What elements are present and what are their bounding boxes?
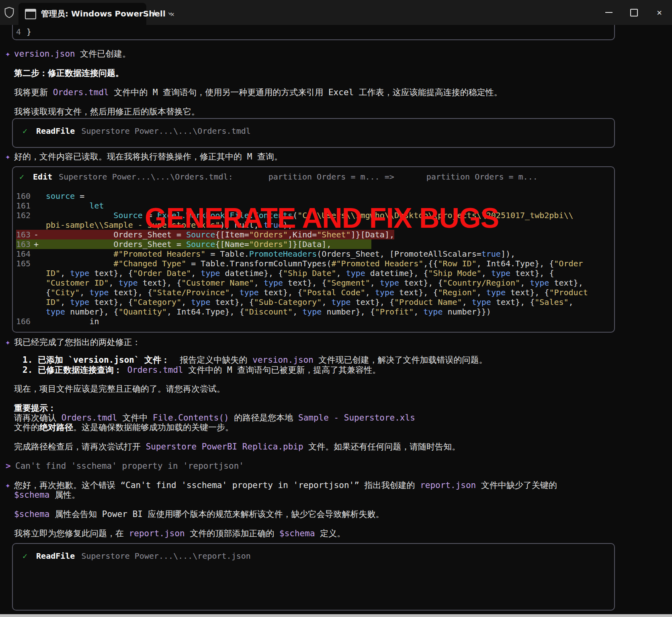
user-prompt-text: Can't find 'sschema' property in 'report… xyxy=(15,461,244,471)
step-heading: 第二步：修正数据连接问题。 xyxy=(14,68,672,78)
file-path: Superstore Power...\...\Orders.tmdl: xyxy=(59,172,233,182)
window-controls: ✕ xyxy=(596,0,672,25)
assistant-message: ✦ 您好，再次抱歉。这个错误 “Can't find 'sschema' pro… xyxy=(0,480,672,500)
bottom-edge-strip xyxy=(0,614,672,617)
diff-summary-left: partition Orders = m... => xyxy=(268,172,394,182)
code-line: type number}, {"Quantity", Int64.Type}, … xyxy=(16,307,491,317)
list-item: 1.已添加 `version.json` 文件： 报告定义中缺失的 versio… xyxy=(23,355,672,365)
code-line: 163+ Orders_Sheet = Source{[Name="Orders… xyxy=(16,239,371,249)
assistant-message: ✦ version.json 文件已创建。 xyxy=(0,49,672,59)
admin-shield-icon xyxy=(0,0,18,25)
gemini-star-icon: ✦ xyxy=(5,49,10,59)
terminal-content: 4} ✦ version.json 文件已创建。 第二步：修正数据连接问题。 我… xyxy=(0,25,672,611)
note-line: 文件的绝对路径。这是确保数据能够成功加载的关键一步。 xyxy=(14,423,672,432)
code-line: 166 in xyxy=(16,317,371,326)
gemini-star-icon: ✦ xyxy=(5,337,10,347)
tool-name: ReadFile xyxy=(36,551,75,561)
file-path: Superstore Power...\...\Orders.tmdl xyxy=(81,126,250,136)
minimize-button[interactable] xyxy=(596,0,621,25)
paragraph: 现在，项目文件应该是完整且正确的了。请您再次尝试。 xyxy=(14,384,672,394)
maximize-button[interactable] xyxy=(621,0,647,25)
assistant-message: ✦ 好的，文件内容已读取。现在我将执行替换操作，修正其中的 M 查询。 xyxy=(0,152,672,161)
line-number: 4 xyxy=(16,27,27,37)
paragraph: $schema 属性会告知 Power BI 应使用哪个版本的规范来解析该文件，… xyxy=(14,509,672,519)
list-item: 2.已修正数据连接查询： Orders.tmdl 文件中的 M 查询语句已被更新… xyxy=(23,365,672,375)
paragraph: 我将更新 Orders.tmdl 文件中的 M 查询语句，使用另一种更通用的方式… xyxy=(14,88,672,97)
message-text: version.json 文件已创建。 xyxy=(14,49,131,59)
edit-header: ✓ Edit Superstore Power...\...\Orders.tm… xyxy=(19,172,608,182)
check-icon: ✓ xyxy=(23,551,27,561)
maximize-icon xyxy=(630,9,638,16)
close-button[interactable]: ✕ xyxy=(647,0,672,25)
fix-list: 1.已添加 `version.json` 文件： 报告定义中缺失的 versio… xyxy=(23,355,672,375)
minimize-icon xyxy=(605,12,613,13)
readfile-tool-box: ✓ ReadFile Superstore Power...\...\repor… xyxy=(12,543,615,611)
gemini-star-icon: ✦ xyxy=(5,480,10,490)
paragraph: 我将读取现有文件，然后用修正后的版本替换它。 xyxy=(14,107,672,116)
note-line: 请再次确认 Orders.tmdl 文件中 File.Contents() 的路… xyxy=(14,413,672,423)
message-text: 我已经完成了您指出的两处修正： xyxy=(14,337,141,347)
message-text: 好的，文件内容已读取。现在我将执行替换操作，修正其中的 M 查询。 xyxy=(14,152,283,161)
readfile-tool-box: ✓ ReadFile Superstore Power...\...\Order… xyxy=(12,118,615,148)
file-path: Superstore Power...\...\report.json xyxy=(81,551,250,561)
code-line: {"City", type text}, {"State/Province", … xyxy=(16,288,588,297)
paragraph: 完成路径检查后，请再次尝试打开 Superstore PowerBI Repli… xyxy=(14,442,672,452)
prompt-mark-icon: > xyxy=(6,461,11,471)
note-title: 重要提示： xyxy=(14,403,672,413)
terminal-tab[interactable]: 管理员: Windows PowerShell ✕ xyxy=(18,3,146,25)
tool-name: ReadFile xyxy=(36,126,75,136)
new-tab-button[interactable]: + xyxy=(146,0,162,25)
tab-dropdown-button[interactable]: ⌄ xyxy=(162,0,177,25)
important-note: 重要提示： 请再次确认 Orders.tmdl 文件中 File.Content… xyxy=(14,403,672,432)
code-line: "Customer ID", type text}, {"Customer Na… xyxy=(16,278,583,288)
code-line: 164 #"Promoted Headers" = Table.PromoteH… xyxy=(16,249,515,259)
code-line: 160source = xyxy=(16,191,371,201)
paragraph: 我将立即为您修复此问题，在 report.json 文件的顶部添加正确的 $sc… xyxy=(14,529,672,538)
diff-summary-right: partition Orders = m... xyxy=(426,172,538,182)
message-text: $schema 属性。 xyxy=(14,490,672,500)
powershell-icon xyxy=(25,9,36,19)
truncated-code-box: 4} xyxy=(12,25,615,40)
edit-tool-box: ✓ Edit Superstore Power...\...\Orders.tm… xyxy=(12,166,615,333)
code-text: } xyxy=(27,27,31,37)
user-prompt: > Can't find 'sschema' property in 'repo… xyxy=(0,461,672,471)
check-icon: ✓ xyxy=(23,126,27,136)
window-titlebar: 管理员: Windows PowerShell ✕ + ⌄ ✕ xyxy=(0,0,672,25)
code-line: ID", type text}, {"Category", type text}… xyxy=(16,297,574,307)
message-text: 您好，再次抱歉。这个错误 “Can't find 'sschema' prope… xyxy=(14,480,672,490)
code-line: ID", type text}, {"Order Date", type dat… xyxy=(16,268,554,278)
gemini-star-icon: ✦ xyxy=(5,152,10,161)
watermark-overlay: GENERATE AND FIX BUGS xyxy=(145,204,499,232)
check-icon: ✓ xyxy=(19,172,24,182)
code-line: 165 #"Changed Type" = Table.TransformCol… xyxy=(16,259,583,268)
close-icon: ✕ xyxy=(657,8,662,17)
tool-name: Edit xyxy=(33,172,52,182)
assistant-message: ✦ 我已经完成了您指出的两处修正： xyxy=(0,337,672,347)
